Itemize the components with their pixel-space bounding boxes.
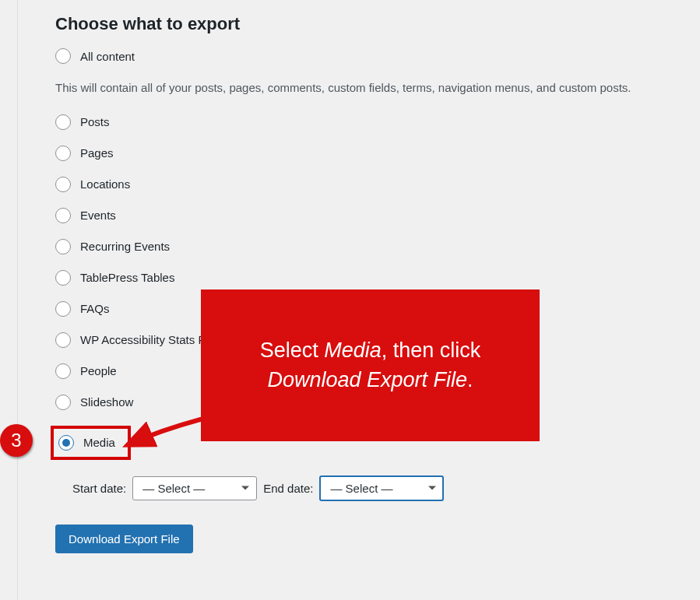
callout-text: . (467, 368, 473, 391)
radio-slideshow[interactable] (55, 395, 71, 410)
radio-label-people[interactable]: People (80, 364, 117, 377)
radio-label-recurring-events[interactable]: Recurring Events (80, 240, 170, 253)
radio-media[interactable] (58, 435, 74, 451)
radio-locations[interactable] (55, 177, 71, 192)
option-pages[interactable]: Pages (55, 146, 663, 161)
option-recurring-events[interactable]: Recurring Events (55, 239, 663, 254)
radio-label-locations[interactable]: Locations (80, 177, 130, 191)
option-locations[interactable]: Locations (55, 177, 663, 192)
end-date-label: End date: (263, 482, 313, 495)
radio-posts[interactable] (55, 114, 71, 130)
start-date-select-wrap: — Select — (132, 476, 257, 500)
end-date-select[interactable]: — Select — (319, 475, 444, 501)
callout-em-media: Media (324, 339, 382, 362)
radio-label-posts[interactable]: Posts (80, 115, 110, 128)
radio-label-media[interactable]: Media (83, 436, 115, 449)
radio-label-faqs[interactable]: FAQs (80, 302, 110, 315)
option-tablepress[interactable]: TablePress Tables (55, 270, 663, 286)
download-export-button[interactable]: Download Export File (55, 525, 193, 553)
radio-label-pages[interactable]: Pages (80, 146, 114, 160)
callout-text: , then click (382, 339, 481, 362)
radio-tablepress[interactable] (55, 270, 71, 286)
start-date-label: Start date: (72, 482, 126, 495)
radio-label-tablepress[interactable]: TablePress Tables (80, 271, 174, 284)
radio-pages[interactable] (55, 146, 71, 161)
date-range-row: Start date: — Select — End date: — Selec… (72, 475, 663, 501)
radio-faqs[interactable] (55, 301, 71, 317)
radio-label-events[interactable]: Events (80, 209, 116, 222)
option-all-content[interactable]: All content (55, 48, 663, 64)
radio-all-content[interactable] (55, 48, 71, 64)
radio-label-slideshow[interactable]: Slideshow (80, 395, 133, 409)
option-events[interactable]: Events (55, 208, 663, 223)
radio-recurring-events[interactable] (55, 239, 71, 254)
end-date-select-wrap: — Select — (319, 475, 444, 501)
radio-label-all-content[interactable]: All content (80, 50, 135, 63)
step-badge: 3 (0, 424, 33, 457)
radio-wp-accessibility[interactable] (55, 332, 71, 348)
help-text: This will contain all of your posts, pag… (55, 79, 663, 97)
option-media[interactable]: Media (58, 435, 115, 451)
radio-people[interactable] (55, 363, 71, 379)
callout-text: Select (260, 339, 325, 362)
start-date-select[interactable]: — Select — (132, 476, 257, 500)
callout-em-download: Download Export File (267, 368, 467, 391)
radio-events[interactable] (55, 208, 71, 223)
instruction-callout: Select Media, then click Download Export… (201, 289, 540, 441)
option-posts[interactable]: Posts (55, 114, 663, 130)
section-heading: Choose what to export (55, 14, 663, 34)
highlight-box-media: Media (51, 426, 131, 460)
